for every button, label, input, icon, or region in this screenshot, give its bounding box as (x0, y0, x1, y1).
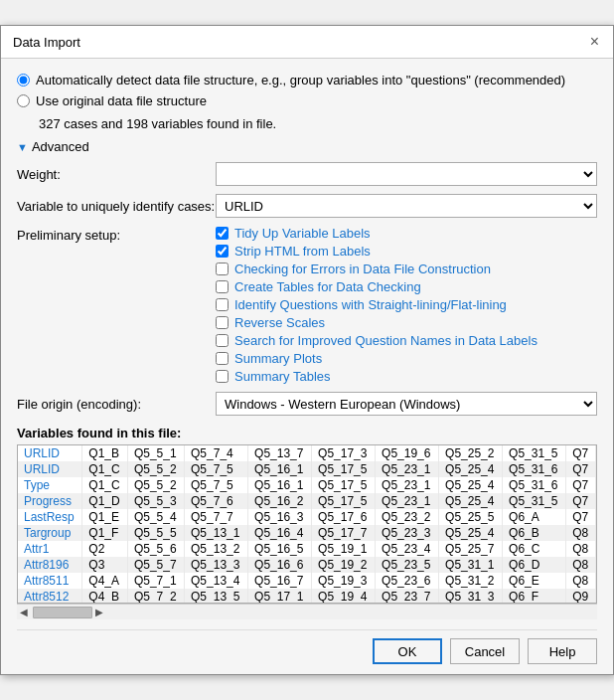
checkbox-checking-errors[interactable] (216, 262, 229, 275)
dialog-body: Automatically detect data file structure… (1, 59, 613, 674)
table-cell: Attr1 (18, 541, 82, 557)
help-button[interactable]: Help (528, 638, 597, 664)
table-header-cell: URLID (18, 445, 82, 461)
info-text: 327 cases and 198 variables found in fil… (39, 116, 597, 131)
file-origin-row: File origin (encoding): Windows - Wester… (17, 392, 597, 416)
table-cell: Q5_13_1 (185, 525, 248, 541)
radio-original-label[interactable]: Use original data file structure (36, 93, 207, 108)
table-cell: Q5_7_6 (185, 493, 248, 509)
weight-select[interactable] (216, 162, 597, 186)
table-header-cell: Q5_25_2 (439, 445, 503, 461)
table-cell: Q5_25_4 (439, 477, 503, 493)
checkbox-search-improved[interactable] (216, 334, 229, 347)
table-row: ProgressQ1_DQ5_5_3Q5_7_6Q5_16_2Q5_17_5Q5… (18, 493, 596, 509)
radio-auto-label[interactable]: Automatically detect data file structure… (36, 73, 565, 88)
checkbox-create-tables[interactable] (216, 280, 229, 293)
table-cell: Q3 (82, 557, 128, 573)
file-origin-label: File origin (encoding): (17, 397, 216, 412)
dialog-window: Data Import × Automatically detect data … (0, 25, 614, 675)
table-cell: Q5_7_5 (185, 477, 248, 493)
advanced-header[interactable]: ▼ Advanced (17, 139, 597, 154)
ok-button[interactable]: OK (373, 638, 442, 664)
variables-section: Variables found in this file: URLIDQ1_BQ… (17, 426, 597, 619)
table-header-cell: Q5_31_5 (503, 445, 566, 461)
file-origin-select[interactable]: Windows - Western European (Windows) (216, 392, 597, 416)
table-row: URLIDQ1_CQ5_5_2Q5_7_5Q5_16_1Q5_17_5Q5_23… (18, 461, 596, 477)
checkbox-checking-errors-label[interactable]: Checking for Errors in Data File Constru… (234, 262, 491, 276)
table-cell: Q1_D (82, 493, 128, 509)
radio-row-auto: Automatically detect data file structure… (17, 73, 597, 88)
table-cell: Q4_B (82, 589, 128, 604)
checkbox-strip-html-label[interactable]: Strip HTML from Labels (234, 244, 371, 259)
table-cell: Q5_17_1 (248, 589, 312, 604)
checkbox-summary-plots-label[interactable]: Summary Plots (234, 351, 322, 366)
table-cell: Q5_23_6 (376, 573, 439, 589)
table-cell: Q5_31_1 (439, 557, 503, 573)
table-cell: Q5_16_4 (248, 525, 312, 541)
checkbox-tidy-labels-label[interactable]: Tidy Up Variable Labels (234, 226, 371, 241)
scroll-right-arrow[interactable]: ▶ (92, 607, 106, 617)
checkbox-summary-plots[interactable] (216, 352, 229, 365)
table-cell: Q2 (82, 541, 128, 557)
checkbox-identify-questions-label[interactable]: Identify Questions with Straight-lining/… (234, 297, 507, 312)
checkbox-reverse-scales[interactable] (216, 316, 229, 329)
table-header-cell: Q1_B (82, 445, 128, 461)
table-cell: Q5_5_3 (127, 493, 184, 509)
scroll-left-arrow[interactable]: ◀ (17, 607, 31, 617)
variable-identify-control-wrap: URLID (216, 194, 597, 218)
table-cell: Q5_5_5 (127, 525, 184, 541)
table-cell: Q5_16_6 (248, 557, 312, 573)
table-cell: Q5_25_4 (439, 461, 503, 477)
table-cell: Q5_7_1 (127, 573, 184, 589)
table-header-cell: Q5_17_3 (312, 445, 376, 461)
checkbox-row-8: Summary Tables (216, 369, 537, 384)
table-cell: Q6_D (503, 557, 566, 573)
table-cell: Q1_F (82, 525, 128, 541)
radio-original[interactable] (17, 94, 30, 107)
table-row: LastRespQ1_EQ5_5_4Q5_7_7Q5_16_3Q5_17_6Q5… (18, 509, 596, 525)
table-cell: Q5_31_3 (439, 589, 503, 604)
table-cell: Q5_23_7 (376, 589, 439, 604)
variable-identify-select[interactable]: URLID (216, 194, 597, 218)
horizontal-scrollbar[interactable]: ◀ ▶ (17, 604, 597, 619)
table-cell: Attr8511 (18, 573, 82, 589)
table-cell: Q4_A (82, 573, 128, 589)
table-cell: Q1_E (82, 509, 128, 525)
table-cell: Q6_B (503, 525, 566, 541)
table-cell: Q5_5_7 (127, 557, 184, 573)
advanced-section: ▼ Advanced Weight: Variable to uniquely … (17, 139, 597, 416)
table-cell: Q5_17_6 (312, 509, 376, 525)
table-cell: Q7 (566, 493, 596, 509)
checkbox-row-5: Reverse Scales (216, 315, 537, 330)
table-cell: Q1_C (82, 477, 128, 493)
table-cell: Q5_13_5 (185, 589, 248, 604)
table-header-cell: Q5_13_7 (248, 445, 312, 461)
radio-auto[interactable] (17, 74, 30, 87)
checkbox-summary-tables-label[interactable]: Summary Tables (234, 369, 331, 384)
table-cell: URLID (18, 461, 82, 477)
table-cell: Q5_19_4 (312, 589, 376, 604)
checkbox-search-improved-label[interactable]: Search for Improved Question Names in Da… (234, 333, 537, 348)
table-cell: Q5_19_1 (312, 541, 376, 557)
table-cell: Q5_23_1 (376, 477, 439, 493)
table-cell: Q5_16_1 (248, 461, 312, 477)
table-cell: Q5_19_2 (312, 557, 376, 573)
table-cell: Q7 (566, 461, 596, 477)
table-cell: Q5_17_5 (312, 461, 376, 477)
close-button[interactable]: × (588, 34, 601, 50)
checkbox-create-tables-label[interactable]: Create Tables for Data Checking (234, 279, 421, 294)
cancel-button[interactable]: Cancel (450, 638, 520, 664)
checkbox-strip-html[interactable] (216, 245, 229, 258)
weight-control-wrap (216, 162, 597, 186)
scrollbar-thumb[interactable] (33, 607, 92, 618)
checkbox-identify-questions[interactable] (216, 298, 229, 311)
table-cell: Q5_13_3 (185, 557, 248, 573)
table-cell: LastResp (18, 509, 82, 525)
checkboxes-col: Tidy Up Variable Labels Strip HTML from … (216, 226, 537, 384)
checkbox-row-2: Checking for Errors in Data File Constru… (216, 262, 537, 276)
checkbox-summary-tables[interactable] (216, 370, 229, 383)
checkbox-tidy-labels[interactable] (216, 227, 229, 240)
checkbox-reverse-scales-label[interactable]: Reverse Scales (234, 315, 325, 330)
table-cell: Q5_23_1 (376, 461, 439, 477)
table-cell: Q5_16_5 (248, 541, 312, 557)
